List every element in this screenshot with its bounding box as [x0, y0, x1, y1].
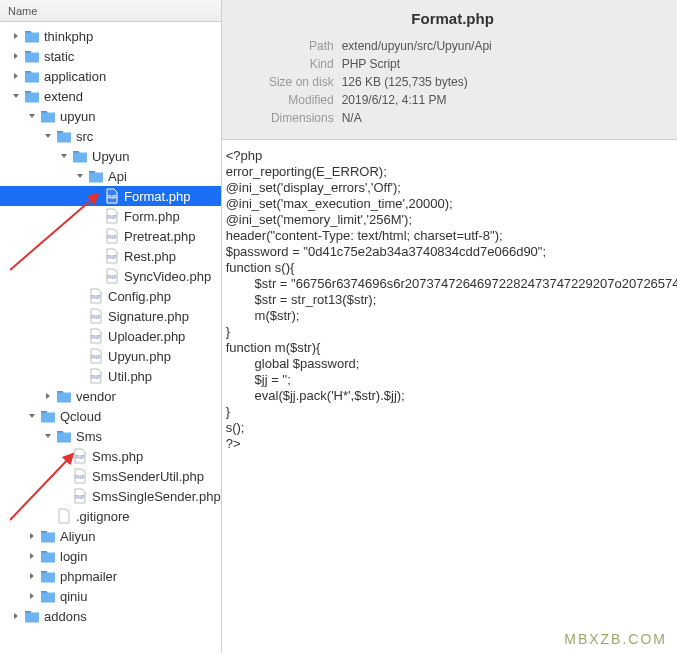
php-file-icon: PHP: [72, 468, 88, 484]
tree-item[interactable]: PHPConfig.php: [0, 286, 221, 306]
tree-item-label: upyun: [60, 109, 95, 124]
folder-icon: [56, 128, 72, 144]
svg-text:PHP: PHP: [75, 495, 84, 500]
tree-item[interactable]: login: [0, 546, 221, 566]
file-info-panel: Format.php Pathextend/upyun/src/Upyun/Ap…: [222, 0, 677, 140]
tree-item-label: Upyun.php: [108, 349, 171, 364]
chevron-down-icon[interactable]: [26, 410, 38, 422]
tree-item[interactable]: PHPUpyun.php: [0, 346, 221, 366]
info-key: Modified: [242, 91, 342, 109]
tree-item[interactable]: PHPRest.php: [0, 246, 221, 266]
column-header-name[interactable]: Name: [0, 0, 221, 22]
svg-text:PHP: PHP: [107, 235, 116, 240]
tree-item[interactable]: PHPPretreat.php: [0, 226, 221, 246]
tree-item[interactable]: Qcloud: [0, 406, 221, 426]
php-file-icon: PHP: [88, 288, 104, 304]
tree-item[interactable]: extend: [0, 86, 221, 106]
svg-text:PHP: PHP: [75, 455, 84, 460]
tree-item-label: thinkphp: [44, 29, 93, 44]
chevron-right-icon[interactable]: [26, 570, 38, 582]
tree-item-label: SyncVideo.php: [124, 269, 211, 284]
svg-text:PHP: PHP: [91, 355, 100, 360]
tree-item-label: SmsSingleSender.php: [92, 489, 221, 504]
tree-item-label: Pretreat.php: [124, 229, 196, 244]
chevron-right-icon[interactable]: [26, 550, 38, 562]
chevron-right-icon[interactable]: [10, 30, 22, 42]
tree-item[interactable]: PHPFormat.php: [0, 186, 221, 206]
tree-item[interactable]: vendor: [0, 386, 221, 406]
tree-item[interactable]: PHPSignature.php: [0, 306, 221, 326]
tree-item[interactable]: PHPSyncVideo.php: [0, 266, 221, 286]
chevron-right-icon[interactable]: [10, 50, 22, 62]
chevron-right-icon[interactable]: [26, 530, 38, 542]
folder-icon: [72, 148, 88, 164]
chevron-right-icon[interactable]: [10, 610, 22, 622]
folder-icon: [24, 48, 40, 64]
tree-item-label: .gitignore: [76, 509, 129, 524]
tree-item[interactable]: PHPSms.php: [0, 446, 221, 466]
tree-item[interactable]: Aliyun: [0, 526, 221, 546]
php-file-icon: PHP: [104, 208, 120, 224]
tree-item[interactable]: Sms: [0, 426, 221, 446]
php-file-icon: PHP: [72, 448, 88, 464]
info-key: Dimensions: [242, 109, 342, 127]
tree-item-label: Sms: [76, 429, 102, 444]
chevron-down-icon[interactable]: [42, 130, 54, 142]
chevron-down-icon[interactable]: [74, 170, 86, 182]
folder-icon: [40, 548, 56, 564]
chevron-down-icon[interactable]: [42, 430, 54, 442]
tree-item[interactable]: PHPForm.php: [0, 206, 221, 226]
php-file-icon: PHP: [104, 188, 120, 204]
info-key: Kind: [242, 55, 342, 73]
folder-icon: [24, 88, 40, 104]
tree-item-label: login: [60, 549, 87, 564]
tree-item[interactable]: PHPUploader.php: [0, 326, 221, 346]
chevron-right-icon[interactable]: [26, 590, 38, 602]
tree-item[interactable]: PHPSmsSingleSender.php: [0, 486, 221, 506]
file-icon: [56, 508, 72, 524]
file-content-preview[interactable]: <?php error_reporting(E_ERROR); @ini_set…: [222, 140, 677, 653]
tree-item[interactable]: static: [0, 46, 221, 66]
svg-text:PHP: PHP: [91, 295, 100, 300]
php-file-icon: PHP: [104, 268, 120, 284]
tree-item-label: SmsSenderUtil.php: [92, 469, 204, 484]
main-panel: Format.php Pathextend/upyun/src/Upyun/Ap…: [222, 0, 677, 653]
tree-item[interactable]: thinkphp: [0, 26, 221, 46]
tree-item[interactable]: PHPSmsSenderUtil.php: [0, 466, 221, 486]
tree-item[interactable]: phpmailer: [0, 566, 221, 586]
svg-text:PHP: PHP: [91, 335, 100, 340]
info-row: Size on disk126 KB (125,735 bytes): [242, 73, 664, 91]
chevron-down-icon[interactable]: [26, 110, 38, 122]
tree-item-label: Qcloud: [60, 409, 101, 424]
watermark: MBXZB.COM: [564, 631, 667, 647]
folder-icon: [40, 528, 56, 544]
folder-icon: [40, 108, 56, 124]
tree-item[interactable]: qiniu: [0, 586, 221, 606]
info-key: Size on disk: [242, 73, 342, 91]
tree-item[interactable]: .gitignore: [0, 506, 221, 526]
tree-item-label: addons: [44, 609, 87, 624]
tree-item[interactable]: addons: [0, 606, 221, 626]
file-tree[interactable]: thinkphpstaticapplicationextendupyunsrcU…: [0, 22, 221, 653]
folder-icon: [24, 28, 40, 44]
php-file-icon: PHP: [72, 488, 88, 504]
folder-icon: [24, 68, 40, 84]
tree-item-label: Form.php: [124, 209, 180, 224]
folder-icon: [40, 408, 56, 424]
chevron-right-icon[interactable]: [10, 70, 22, 82]
tree-item[interactable]: Upyun: [0, 146, 221, 166]
tree-item[interactable]: src: [0, 126, 221, 146]
chevron-down-icon[interactable]: [10, 90, 22, 102]
tree-item[interactable]: Api: [0, 166, 221, 186]
chevron-down-icon[interactable]: [58, 150, 70, 162]
tree-item-label: Api: [108, 169, 127, 184]
tree-item[interactable]: upyun: [0, 106, 221, 126]
tree-item-label: Rest.php: [124, 249, 176, 264]
tree-item[interactable]: application: [0, 66, 221, 86]
tree-item[interactable]: PHPUtil.php: [0, 366, 221, 386]
svg-text:PHP: PHP: [91, 375, 100, 380]
chevron-right-icon[interactable]: [42, 390, 54, 402]
info-row: DimensionsN/A: [242, 109, 664, 127]
svg-text:PHP: PHP: [107, 255, 116, 260]
php-file-icon: PHP: [88, 308, 104, 324]
